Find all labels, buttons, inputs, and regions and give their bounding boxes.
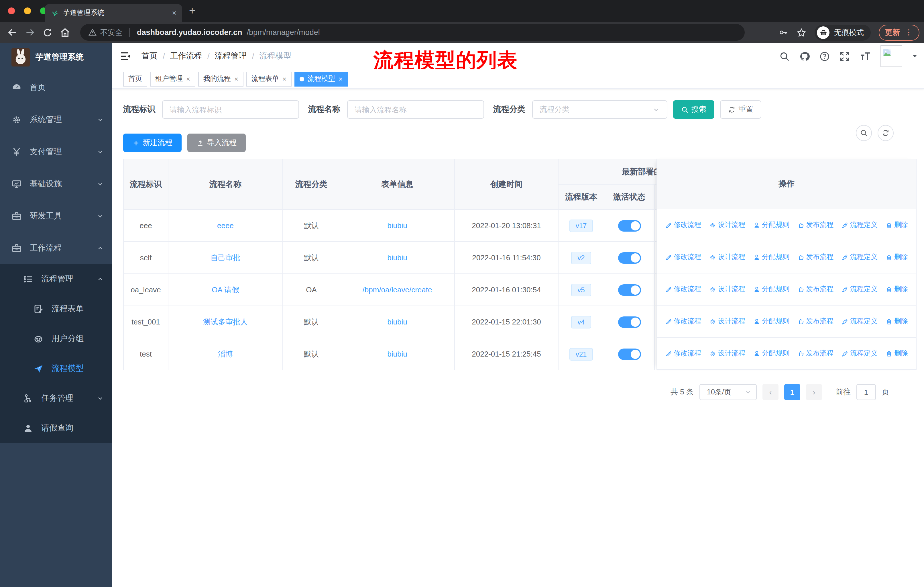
font-size-icon[interactable]: [859, 50, 871, 62]
reload-icon[interactable]: [42, 27, 53, 38]
tag-item[interactable]: 流程表单×: [246, 71, 292, 86]
action-edit-link[interactable]: 修改流程: [665, 316, 701, 326]
user-avatar[interactable]: [881, 45, 902, 67]
action-define-link[interactable]: 流程定义: [842, 220, 878, 230]
not-secure-label[interactable]: 不安全: [100, 27, 122, 38]
action-edit-link[interactable]: 修改流程: [665, 252, 701, 262]
url-path[interactable]: /bpm/manager/model: [247, 28, 320, 37]
action-delete-link[interactable]: 删除: [886, 252, 908, 262]
action-define-link[interactable]: 流程定义: [842, 349, 878, 358]
update-label[interactable]: 更新: [885, 27, 900, 38]
refresh-circle-button[interactable]: [878, 125, 894, 141]
action-publish-link[interactable]: 发布流程: [797, 252, 833, 262]
sidebar-item-flow[interactable]: 任务管理: [0, 384, 112, 413]
action-delete-link[interactable]: 删除: [886, 349, 908, 358]
action-assign-link[interactable]: 分配规则: [753, 252, 789, 262]
goto-page-input[interactable]: [856, 384, 876, 400]
process-name-link[interactable]: 滔博: [218, 349, 233, 358]
action-edit-link[interactable]: 修改流程: [665, 284, 701, 294]
process-name-link[interactable]: OA 请假: [212, 285, 239, 294]
back-icon[interactable]: [7, 27, 18, 38]
sidebar-item-dashboard[interactable]: 首页: [0, 72, 112, 104]
action-delete-link[interactable]: 删除: [886, 284, 908, 294]
action-publish-link[interactable]: 发布流程: [797, 220, 833, 230]
browser-tab[interactable]: 芋道管理系统 ×: [45, 4, 182, 22]
show-search-circle-button[interactable]: [856, 125, 872, 141]
form-info-link[interactable]: biubiu: [387, 317, 407, 326]
form-info-link[interactable]: biubiu: [387, 350, 407, 358]
sidebar-item-list[interactable]: 流程管理: [0, 264, 112, 294]
tag-close-icon[interactable]: ×: [234, 75, 238, 83]
action-define-link[interactable]: 流程定义: [842, 284, 878, 294]
tag-close-icon[interactable]: ×: [338, 75, 343, 83]
action-design-link[interactable]: 设计流程: [709, 349, 745, 358]
url-domain[interactable]: dashboard.yudao.iocoder.cn: [137, 28, 242, 37]
active-switch[interactable]: [618, 220, 641, 231]
action-edit-link[interactable]: 修改流程: [665, 220, 701, 230]
action-design-link[interactable]: 设计流程: [709, 316, 745, 326]
process-name-link[interactable]: 自己审批: [211, 253, 240, 262]
window-close-button[interactable]: [8, 7, 15, 14]
current-page-button[interactable]: 1: [784, 384, 800, 400]
tab-close-icon[interactable]: ×: [172, 8, 177, 17]
action-publish-link[interactable]: 发布流程: [797, 349, 833, 358]
prev-page-button[interactable]: ‹: [762, 384, 779, 400]
sidebar-item-monitor[interactable]: 基础设施: [0, 168, 112, 200]
filter-category-select[interactable]: 流程分类: [532, 100, 667, 119]
action-delete-link[interactable]: 删除: [886, 316, 908, 326]
tag-close-icon[interactable]: ×: [282, 75, 286, 83]
active-switch[interactable]: [618, 252, 641, 263]
tag-active[interactable]: 流程模型×: [294, 71, 348, 86]
search-button[interactable]: 搜索: [673, 100, 714, 119]
bookmark-star-icon[interactable]: [796, 27, 807, 38]
sidebar-item-doc[interactable]: 流程表单: [0, 294, 112, 324]
tag-item[interactable]: 首页: [123, 71, 147, 86]
tag-item[interactable]: 我的流程×: [198, 71, 243, 86]
action-publish-link[interactable]: 发布流程: [797, 284, 833, 294]
form-info-link[interactable]: biubiu: [387, 253, 407, 262]
import-process-button[interactable]: 导入流程: [187, 134, 246, 152]
browser-menu-dots-icon[interactable]: [904, 28, 913, 37]
action-delete-link[interactable]: 删除: [886, 220, 908, 230]
forward-icon[interactable]: [25, 27, 36, 38]
sidebar-item-plane[interactable]: 流程模型: [0, 354, 112, 384]
window-minimize-button[interactable]: [24, 7, 31, 14]
action-define-link[interactable]: 流程定义: [842, 316, 878, 326]
breadcrumb-item[interactable]: 工作流程: [170, 51, 202, 61]
home-icon[interactable]: [59, 27, 71, 38]
form-info-link[interactable]: biubiu: [387, 221, 407, 230]
process-name-link[interactable]: eeee: [217, 221, 234, 230]
action-publish-link[interactable]: 发布流程: [797, 316, 833, 326]
action-edit-link[interactable]: 修改流程: [665, 349, 701, 358]
active-switch[interactable]: [618, 316, 641, 327]
avatar-caret-icon[interactable]: [911, 53, 918, 60]
key-icon[interactable]: [779, 28, 788, 37]
sidebar-collapse-icon[interactable]: [120, 50, 131, 62]
sidebar-item-gear[interactable]: 系统管理: [0, 104, 112, 136]
help-icon[interactable]: [819, 51, 830, 62]
active-switch[interactable]: [618, 348, 641, 360]
form-info-link[interactable]: /bpm/oa/leave/create: [363, 286, 432, 294]
action-design-link[interactable]: 设计流程: [709, 220, 745, 230]
active-switch[interactable]: [618, 284, 641, 296]
create-process-button[interactable]: 新建流程: [123, 134, 182, 152]
filter-key-input[interactable]: [162, 100, 299, 119]
breadcrumb-item[interactable]: 流程模型: [259, 51, 291, 61]
fullscreen-icon[interactable]: [839, 51, 850, 62]
sidebar-item-yen[interactable]: 支付管理: [0, 136, 112, 168]
search-icon[interactable]: [779, 51, 790, 62]
new-tab-button[interactable]: +: [189, 5, 195, 17]
sidebar-item-toolbox[interactable]: 研发工具: [0, 200, 112, 232]
github-icon[interactable]: [799, 51, 810, 62]
page-size-select[interactable]: 10条/页: [700, 384, 757, 400]
chrome-update-button[interactable]: 更新: [879, 24, 919, 40]
breadcrumb-item[interactable]: 流程管理: [215, 51, 247, 61]
action-assign-link[interactable]: 分配规则: [753, 284, 789, 294]
action-assign-link[interactable]: 分配规则: [753, 316, 789, 326]
action-assign-link[interactable]: 分配规则: [753, 220, 789, 230]
filter-name-input[interactable]: [347, 100, 484, 119]
action-define-link[interactable]: 流程定义: [842, 252, 878, 262]
tag-item[interactable]: 租户管理×: [150, 71, 195, 86]
process-name-link[interactable]: 测试多审批人: [203, 317, 248, 326]
action-assign-link[interactable]: 分配规则: [753, 349, 789, 358]
